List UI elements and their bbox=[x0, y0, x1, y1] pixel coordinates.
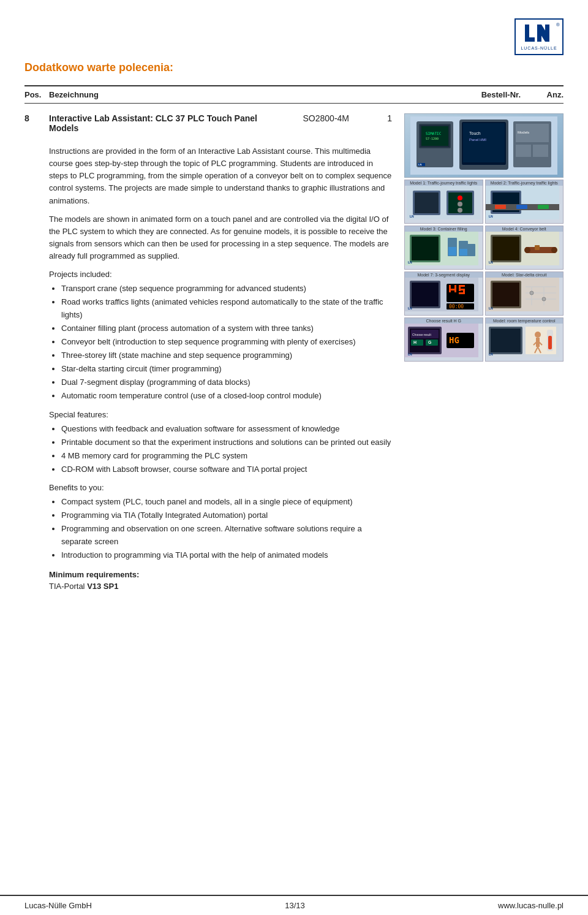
img-label-3: Model 3: Container filling bbox=[405, 226, 483, 232]
svg-rect-39 bbox=[538, 205, 549, 209]
img-cell-1: Model 1: Traffic-journey traffic lights … bbox=[404, 180, 483, 224]
svg-rect-4 bbox=[545, 25, 549, 42]
page-footer: Lucas-Nülle GmbH 13/13 www.lucas-nulle.p… bbox=[0, 895, 588, 915]
main-plc-image: SIMATIC S7-1200 Touch Panel HMI Models bbox=[404, 113, 564, 178]
svg-rect-60 bbox=[412, 283, 439, 306]
list-item: Dual 7-segment display (programming of d… bbox=[61, 376, 392, 389]
svg-rect-1 bbox=[525, 37, 535, 42]
list-item: Star-delta starting circuit (timer progr… bbox=[61, 363, 392, 375]
img-cell-3: Model 3: Container filling LN bbox=[404, 226, 483, 270]
table-header: Pos. Bezeichnung Bestell-Nr. Anz. bbox=[24, 85, 564, 104]
logo-svg bbox=[524, 23, 554, 45]
page-container: ® LUCAS-NÜLLE Dodatkowo warte polecenia:… bbox=[0, 0, 588, 915]
svg-text:Touch: Touch bbox=[469, 131, 481, 135]
content-row: 8 Interactive Lab Assistant: CLC 37 PLC … bbox=[24, 113, 564, 594]
projects-label: Projects included: bbox=[24, 270, 392, 279]
img7-svg: Choose result H G HG LN bbox=[405, 324, 478, 357]
svg-point-82 bbox=[542, 297, 546, 301]
logo-brand-text: LUCAS-NÜLLE bbox=[521, 46, 557, 50]
img-label-5: Model 7: 3-segment display bbox=[405, 272, 483, 278]
img3-svg: LN bbox=[405, 232, 478, 265]
item-description-2: The models are shown in animated form on… bbox=[24, 213, 392, 263]
list-item: Compact system (PLC, touch panel and mod… bbox=[61, 496, 392, 508]
logo-box: ® LUCAS-NÜLLE bbox=[514, 18, 564, 55]
svg-text:HG: HG bbox=[449, 335, 459, 345]
footer-company: Lucas-Nülle GmbH bbox=[24, 901, 92, 910]
svg-rect-63 bbox=[451, 289, 454, 290]
svg-rect-64 bbox=[454, 285, 456, 292]
item-order-nr: SO2800-4M bbox=[263, 113, 361, 123]
svg-rect-21 bbox=[533, 145, 548, 157]
svg-text:LN: LN bbox=[489, 306, 493, 310]
svg-text:G: G bbox=[428, 340, 432, 344]
img6-svg: LN bbox=[486, 278, 559, 311]
svg-text:LN: LN bbox=[489, 215, 493, 218]
svg-point-100 bbox=[535, 332, 541, 338]
svg-text:H: H bbox=[413, 340, 417, 344]
img-cell-8: Model: room temperature control bbox=[485, 317, 564, 362]
svg-rect-48 bbox=[459, 249, 467, 256]
svg-rect-107 bbox=[548, 336, 552, 349]
svg-rect-38 bbox=[516, 205, 527, 209]
content-right: SIMATIC S7-1200 Touch Panel HMI Models bbox=[404, 113, 564, 594]
section-heading: Dodatkowo warte polecenia: bbox=[24, 61, 564, 74]
list-item: 4 MB memory card for programming the PLC… bbox=[61, 450, 392, 462]
image-grid: Model 1: Traffic-journey traffic lights … bbox=[404, 180, 564, 362]
item-qty: 1 bbox=[361, 113, 392, 123]
img-label-2: Model 2: Traffic-journey traffic lights bbox=[486, 180, 564, 186]
item-title: Interactive Lab Assistant: CLC 37 PLC To… bbox=[49, 113, 263, 133]
th-bestell-nr: Bestell-Nr. bbox=[435, 90, 533, 99]
item-title-block: Interactive Lab Assistant: CLC 37 PLC To… bbox=[49, 113, 263, 138]
th-pos: Pos. bbox=[24, 90, 49, 99]
svg-rect-52 bbox=[492, 237, 519, 260]
svg-text:LN: LN bbox=[489, 260, 493, 264]
svg-text:S7-1200: S7-1200 bbox=[426, 137, 439, 140]
svg-rect-37 bbox=[495, 205, 506, 209]
footer-page: 13/13 bbox=[285, 901, 305, 910]
list-item: Programming and observation on one scree… bbox=[61, 523, 392, 547]
svg-rect-46 bbox=[466, 244, 475, 256]
logo-registered: ® bbox=[556, 22, 560, 28]
svg-text:LN: LN bbox=[410, 215, 414, 218]
img1-svg: LN bbox=[407, 186, 480, 219]
list-item: Road works traffics lights (animated veh… bbox=[61, 296, 392, 321]
svg-text:LN: LN bbox=[408, 260, 412, 264]
svg-rect-98 bbox=[491, 328, 521, 352]
plc-svg: SIMATIC S7-1200 Touch Panel HMI Models bbox=[410, 116, 557, 175]
benefits-label: Benefits to you: bbox=[24, 483, 392, 492]
svg-rect-89 bbox=[411, 340, 423, 346]
svg-rect-14 bbox=[463, 123, 505, 162]
img-label-7: Choose result H G bbox=[405, 318, 483, 324]
special-features-label: Special features: bbox=[24, 410, 392, 419]
list-item: Conveyor belt (introduction to step sequ… bbox=[61, 336, 392, 348]
svg-rect-56 bbox=[535, 245, 540, 250]
svg-rect-20 bbox=[516, 145, 531, 157]
list-item: Introduction to programming via TIA port… bbox=[61, 549, 392, 561]
img8-svg: LN bbox=[486, 324, 559, 357]
min-req-bold: V13 SP1 bbox=[87, 582, 118, 591]
img-cell-7: Choose result H G Choose result H G bbox=[404, 317, 483, 362]
svg-rect-43 bbox=[412, 237, 439, 260]
min-req-value: TIA-Portal V13 SP1 bbox=[24, 582, 392, 591]
list-item: Three-storey lift (state machine and ste… bbox=[61, 349, 392, 362]
item-description-1: Instructions are provided in the form of… bbox=[24, 145, 392, 207]
img-label-1: Model 1: Traffic-journey traffic lights bbox=[405, 180, 483, 186]
svg-point-31 bbox=[458, 208, 462, 213]
content-left: 8 Interactive Lab Assistant: CLC 37 PLC … bbox=[24, 113, 392, 594]
img-label-8: Model: room temperature control bbox=[486, 318, 564, 324]
svg-point-29 bbox=[458, 196, 462, 200]
list-item: Transport crane (step sequence programmi… bbox=[61, 283, 392, 295]
img2-svg: LN bbox=[486, 186, 559, 219]
svg-rect-47 bbox=[448, 247, 456, 256]
img4-svg: LN bbox=[486, 232, 559, 265]
svg-point-54 bbox=[524, 247, 530, 253]
list-item: Container filling plant (process automat… bbox=[61, 322, 392, 335]
svg-point-55 bbox=[551, 247, 557, 253]
list-item: Automatic room temperature control (use … bbox=[61, 390, 392, 402]
item-pos: 8 bbox=[24, 113, 49, 123]
footer-website: www.lucas-nulle.pl bbox=[498, 901, 564, 910]
img-label-6: Model: Star-delta circuit bbox=[486, 272, 564, 278]
img5-svg: 00:00 LN bbox=[405, 278, 478, 311]
svg-rect-91 bbox=[426, 340, 438, 346]
svg-rect-9 bbox=[421, 126, 448, 146]
